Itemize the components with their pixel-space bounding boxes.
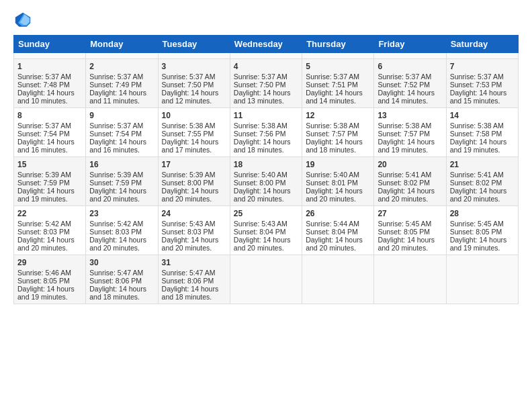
column-header-friday: Friday bbox=[374, 36, 446, 53]
column-header-thursday: Thursday bbox=[302, 36, 374, 53]
cell-info: Sunrise: 5:47 AMSunset: 8:06 PMDaylight:… bbox=[89, 269, 146, 301]
calendar-cell: 11Sunrise: 5:38 AMSunset: 7:56 PMDayligh… bbox=[230, 108, 302, 157]
column-header-sunday: Sunday bbox=[14, 36, 86, 53]
day-number: 20 bbox=[378, 160, 442, 169]
calendar-cell: 3Sunrise: 5:37 AMSunset: 7:50 PMDaylight… bbox=[158, 59, 230, 108]
header bbox=[13, 11, 519, 30]
calendar-cell: 4Sunrise: 5:37 AMSunset: 7:50 PMDaylight… bbox=[230, 59, 302, 108]
day-number: 16 bbox=[89, 160, 154, 169]
cell-info: Sunrise: 5:46 AMSunset: 8:05 PMDaylight:… bbox=[17, 269, 75, 301]
day-number: 5 bbox=[306, 62, 370, 71]
calendar-week-row: 1Sunrise: 5:37 AMSunset: 7:48 PMDaylight… bbox=[14, 59, 519, 108]
cell-info: Sunrise: 5:37 AMSunset: 7:53 PMDaylight:… bbox=[450, 73, 507, 105]
calendar-cell: 6Sunrise: 5:37 AMSunset: 7:52 PMDaylight… bbox=[374, 59, 446, 108]
calendar-week-row: 29Sunrise: 5:46 AMSunset: 8:05 PMDayligh… bbox=[14, 255, 519, 304]
cell-info: Sunrise: 5:41 AMSunset: 8:02 PMDaylight:… bbox=[450, 171, 507, 203]
cell-info: Sunrise: 5:41 AMSunset: 8:02 PMDaylight:… bbox=[378, 171, 435, 203]
day-number: 24 bbox=[162, 209, 226, 218]
calendar-cell: 19Sunrise: 5:40 AMSunset: 8:01 PMDayligh… bbox=[302, 157, 374, 206]
day-number: 6 bbox=[378, 62, 442, 71]
calendar-cell: 22Sunrise: 5:42 AMSunset: 8:03 PMDayligh… bbox=[14, 206, 86, 255]
day-number: 15 bbox=[17, 160, 82, 169]
day-number: 12 bbox=[306, 111, 370, 120]
day-number: 19 bbox=[306, 160, 370, 169]
calendar-week-row: 8Sunrise: 5:37 AMSunset: 7:54 PMDaylight… bbox=[14, 108, 519, 157]
cell-info: Sunrise: 5:47 AMSunset: 8:06 PMDaylight:… bbox=[162, 269, 219, 301]
calendar-cell: 18Sunrise: 5:40 AMSunset: 8:00 PMDayligh… bbox=[230, 157, 302, 206]
calendar-cell bbox=[302, 255, 374, 304]
cell-info: Sunrise: 5:38 AMSunset: 7:56 PMDaylight:… bbox=[234, 122, 291, 154]
cell-info: Sunrise: 5:39 AMSunset: 7:59 PMDaylight:… bbox=[89, 171, 146, 203]
cell-info: Sunrise: 5:39 AMSunset: 7:59 PMDaylight:… bbox=[17, 171, 75, 203]
day-number: 11 bbox=[234, 111, 298, 120]
day-number: 2 bbox=[89, 62, 154, 71]
column-header-tuesday: Tuesday bbox=[158, 36, 230, 53]
calendar-week-row: 15Sunrise: 5:39 AMSunset: 7:59 PMDayligh… bbox=[14, 157, 519, 206]
calendar-cell: 5Sunrise: 5:37 AMSunset: 7:51 PMDaylight… bbox=[302, 59, 374, 108]
calendar-cell bbox=[446, 255, 518, 304]
day-number: 9 bbox=[89, 111, 154, 120]
calendar-cell: 25Sunrise: 5:43 AMSunset: 8:04 PMDayligh… bbox=[230, 206, 302, 255]
cell-info: Sunrise: 5:45 AMSunset: 8:05 PMDaylight:… bbox=[450, 220, 507, 252]
column-header-monday: Monday bbox=[86, 36, 158, 53]
day-number: 30 bbox=[89, 258, 154, 267]
calendar-cell: 12Sunrise: 5:38 AMSunset: 7:57 PMDayligh… bbox=[302, 108, 374, 157]
calendar-cell bbox=[14, 53, 86, 59]
column-header-saturday: Saturday bbox=[446, 36, 518, 53]
calendar-cell bbox=[158, 53, 230, 59]
calendar-cell: 7Sunrise: 5:37 AMSunset: 7:53 PMDaylight… bbox=[446, 59, 518, 108]
logo bbox=[13, 11, 35, 30]
cell-info: Sunrise: 5:37 AMSunset: 7:51 PMDaylight:… bbox=[306, 73, 363, 105]
cell-info: Sunrise: 5:37 AMSunset: 7:52 PMDaylight:… bbox=[378, 73, 435, 105]
cell-info: Sunrise: 5:43 AMSunset: 8:04 PMDaylight:… bbox=[234, 220, 291, 252]
calendar-table: SundayMondayTuesdayWednesdayThursdayFrid… bbox=[13, 35, 519, 304]
day-number: 8 bbox=[17, 111, 82, 120]
calendar-cell: 29Sunrise: 5:46 AMSunset: 8:05 PMDayligh… bbox=[14, 255, 86, 304]
cell-info: Sunrise: 5:37 AMSunset: 7:54 PMDaylight:… bbox=[17, 122, 75, 154]
cell-info: Sunrise: 5:37 AMSunset: 7:48 PMDaylight:… bbox=[17, 73, 75, 105]
day-number: 26 bbox=[306, 209, 370, 218]
cell-info: Sunrise: 5:37 AMSunset: 7:54 PMDaylight:… bbox=[89, 122, 146, 154]
cell-info: Sunrise: 5:42 AMSunset: 8:03 PMDaylight:… bbox=[89, 220, 146, 252]
cell-info: Sunrise: 5:38 AMSunset: 7:58 PMDaylight:… bbox=[450, 122, 507, 154]
day-number: 23 bbox=[89, 209, 154, 218]
calendar-cell: 28Sunrise: 5:45 AMSunset: 8:05 PMDayligh… bbox=[446, 206, 518, 255]
calendar-cell: 17Sunrise: 5:39 AMSunset: 8:00 PMDayligh… bbox=[158, 157, 230, 206]
cell-info: Sunrise: 5:37 AMSunset: 7:50 PMDaylight:… bbox=[234, 73, 291, 105]
calendar-cell: 27Sunrise: 5:45 AMSunset: 8:05 PMDayligh… bbox=[374, 206, 446, 255]
column-header-wednesday: Wednesday bbox=[230, 36, 302, 53]
cell-info: Sunrise: 5:37 AMSunset: 7:49 PMDaylight:… bbox=[89, 73, 146, 105]
day-number: 7 bbox=[450, 62, 515, 71]
logo-icon bbox=[13, 11, 32, 30]
calendar-cell bbox=[230, 53, 302, 59]
cell-info: Sunrise: 5:38 AMSunset: 7:57 PMDaylight:… bbox=[378, 122, 435, 154]
calendar-week-row: 22Sunrise: 5:42 AMSunset: 8:03 PMDayligh… bbox=[14, 206, 519, 255]
cell-info: Sunrise: 5:44 AMSunset: 8:04 PMDaylight:… bbox=[306, 220, 363, 252]
day-number: 21 bbox=[450, 160, 515, 169]
day-number: 3 bbox=[162, 62, 226, 71]
calendar-cell bbox=[374, 255, 446, 304]
day-number: 25 bbox=[234, 209, 298, 218]
day-number: 27 bbox=[378, 209, 442, 218]
day-number: 14 bbox=[450, 111, 515, 120]
calendar-cell: 16Sunrise: 5:39 AMSunset: 7:59 PMDayligh… bbox=[86, 157, 158, 206]
calendar-cell bbox=[302, 53, 374, 59]
cell-info: Sunrise: 5:40 AMSunset: 8:00 PMDaylight:… bbox=[234, 171, 291, 203]
cell-info: Sunrise: 5:42 AMSunset: 8:03 PMDaylight:… bbox=[17, 220, 75, 252]
calendar-cell: 9Sunrise: 5:37 AMSunset: 7:54 PMDaylight… bbox=[86, 108, 158, 157]
calendar-cell: 24Sunrise: 5:43 AMSunset: 8:03 PMDayligh… bbox=[158, 206, 230, 255]
cell-info: Sunrise: 5:40 AMSunset: 8:01 PMDaylight:… bbox=[306, 171, 363, 203]
calendar-cell bbox=[86, 53, 158, 59]
day-number: 18 bbox=[234, 160, 298, 169]
calendar-cell: 14Sunrise: 5:38 AMSunset: 7:58 PMDayligh… bbox=[446, 108, 518, 157]
calendar-cell: 13Sunrise: 5:38 AMSunset: 7:57 PMDayligh… bbox=[374, 108, 446, 157]
calendar-cell: 26Sunrise: 5:44 AMSunset: 8:04 PMDayligh… bbox=[302, 206, 374, 255]
calendar-cell: 2Sunrise: 5:37 AMSunset: 7:49 PMDaylight… bbox=[86, 59, 158, 108]
day-number: 1 bbox=[17, 62, 82, 71]
calendar-cell: 20Sunrise: 5:41 AMSunset: 8:02 PMDayligh… bbox=[374, 157, 446, 206]
day-number: 31 bbox=[162, 258, 226, 267]
cell-info: Sunrise: 5:37 AMSunset: 7:50 PMDaylight:… bbox=[162, 73, 219, 105]
cell-info: Sunrise: 5:38 AMSunset: 7:57 PMDaylight:… bbox=[306, 122, 363, 154]
calendar-cell: 23Sunrise: 5:42 AMSunset: 8:03 PMDayligh… bbox=[86, 206, 158, 255]
calendar-cell: 31Sunrise: 5:47 AMSunset: 8:06 PMDayligh… bbox=[158, 255, 230, 304]
